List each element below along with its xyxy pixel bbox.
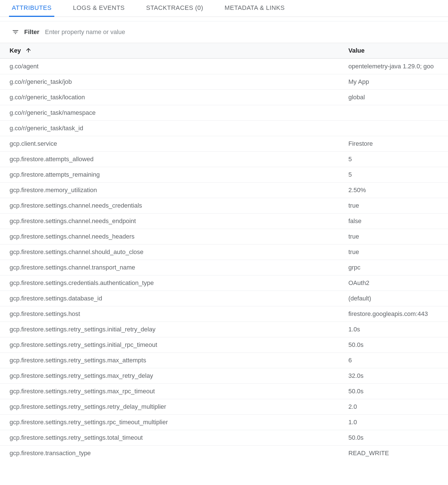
cell-key: gcp.firestore.settings.retry_settings.ma… — [0, 368, 348, 383]
table-row[interactable]: g.co/agentopentelemetry-java 1.29.0; goo — [0, 59, 448, 74]
filter-input[interactable] — [44, 28, 439, 36]
cell-value: My App — [348, 74, 448, 89]
cell-key: gcp.firestore.transaction_type — [0, 446, 348, 461]
column-header-value-label: Value — [348, 47, 364, 54]
table-row[interactable]: gcp.firestore.settings.retry_settings.re… — [0, 399, 448, 414]
cell-key: gcp.firestore.memory_utilization — [0, 183, 348, 198]
cell-key: g.co/r/generic_task/namespace — [0, 105, 348, 120]
table-row[interactable]: gcp.firestore.settings.retry_settings.in… — [0, 322, 448, 337]
tabs-bar: ATTRIBUTESLOGS & EVENTSSTACKTRACES (0)ME… — [0, 0, 448, 17]
tab-metadata-links[interactable]: METADATA & LINKS — [222, 0, 288, 17]
tab-label: LOGS & EVENTS — [73, 4, 125, 11]
sort-asc-icon — [25, 47, 32, 53]
column-header-value[interactable]: Value — [348, 43, 448, 58]
table-body: g.co/agentopentelemetry-java 1.29.0; goo… — [0, 59, 448, 461]
filter-label: Filter — [24, 28, 39, 36]
cell-value: true — [348, 244, 448, 260]
table-row[interactable]: g.co/r/generic_task/namespace — [0, 105, 448, 120]
table-row[interactable]: gcp.firestore.settings.retry_settings.in… — [0, 337, 448, 352]
tab-label: ATTRIBUTES — [12, 4, 51, 11]
tab-label: METADATA & LINKS — [225, 4, 285, 11]
cell-key: gcp.firestore.settings.retry_settings.to… — [0, 430, 348, 445]
table-row[interactable]: g.co/r/generic_task/task_id — [0, 120, 448, 136]
cell-key: gcp.firestore.settings.retry_settings.in… — [0, 322, 348, 337]
cell-value — [348, 105, 448, 120]
table-row[interactable]: gcp.client.serviceFirestore — [0, 136, 448, 151]
table-row[interactable]: gcp.firestore.attempts_remaining5 — [0, 167, 448, 182]
table-row[interactable]: gcp.firestore.transaction_typeREAD_WRITE — [0, 445, 448, 461]
cell-value: global — [348, 90, 448, 105]
table-row[interactable]: gcp.firestore.settings.channel.needs_cre… — [0, 198, 448, 213]
cell-key: g.co/r/generic_task/location — [0, 90, 348, 105]
cell-key: gcp.firestore.settings.retry_settings.ma… — [0, 384, 348, 399]
table-row[interactable]: gcp.firestore.settings.retry_settings.ma… — [0, 368, 448, 383]
filter-icon — [12, 28, 19, 36]
cell-value: false — [348, 214, 448, 229]
tab-logs-events[interactable]: LOGS & EVENTS — [70, 0, 127, 17]
cell-key: gcp.firestore.settings.host — [0, 306, 348, 322]
table-row[interactable]: gcp.firestore.settings.channel.should_au… — [0, 244, 448, 260]
cell-value: 50.0s — [348, 430, 448, 445]
column-header-key[interactable]: Key — [0, 43, 348, 58]
cell-value: true — [348, 198, 448, 213]
cell-value: 50.0s — [348, 337, 448, 352]
cell-key: gcp.firestore.settings.channel.transport… — [0, 260, 348, 275]
table-row[interactable]: g.co/r/generic_task/jobMy App — [0, 74, 448, 89]
cell-key: g.co/r/generic_task/task_id — [0, 121, 348, 136]
column-header-key-label: Key — [10, 47, 21, 54]
table-row[interactable]: gcp.firestore.settings.channel.needs_hea… — [0, 229, 448, 244]
table-row[interactable]: gcp.firestore.attempts_allowed5 — [0, 151, 448, 167]
cell-value: 32.0s — [348, 368, 448, 383]
cell-key: gcp.firestore.settings.retry_settings.ma… — [0, 353, 348, 368]
cell-value: 1.0s — [348, 322, 448, 337]
spacer-strip — [0, 17, 448, 21]
cell-key: gcp.firestore.settings.channel.needs_cre… — [0, 198, 348, 213]
cell-key: gcp.firestore.settings.retry_settings.in… — [0, 337, 348, 352]
cell-key: gcp.firestore.settings.retry_settings.re… — [0, 399, 348, 414]
table-row[interactable]: gcp.firestore.settings.channel.needs_end… — [0, 213, 448, 229]
cell-key: gcp.firestore.settings.retry_settings.rp… — [0, 415, 348, 430]
cell-key: g.co/r/generic_task/job — [0, 74, 348, 89]
table-row[interactable]: gcp.firestore.settings.retry_settings.rp… — [0, 414, 448, 430]
table-header-row: Key Value — [0, 43, 448, 59]
cell-value: grpc — [348, 260, 448, 275]
table-row[interactable]: gcp.firestore.settings.channel.transport… — [0, 260, 448, 275]
table-row[interactable]: gcp.firestore.settings.retry_settings.ma… — [0, 352, 448, 368]
cell-value: READ_WRITE — [348, 446, 448, 461]
table-row[interactable]: g.co/r/generic_task/locationglobal — [0, 89, 448, 105]
table-row[interactable]: gcp.firestore.settings.hostfirestore.goo… — [0, 306, 448, 322]
cell-key: g.co/agent — [0, 59, 348, 74]
cell-value: 5 — [348, 152, 448, 167]
tab-label: STACKTRACES (0) — [146, 4, 203, 11]
attributes-table: Key Value g.co/agentopentelemetry-java 1… — [0, 43, 448, 461]
cell-value: 50.0s — [348, 384, 448, 399]
cell-key: gcp.firestore.settings.channel.needs_hea… — [0, 229, 348, 244]
table-row[interactable]: gcp.firestore.settings.database_id(defau… — [0, 291, 448, 306]
cell-value: OAuth2 — [348, 275, 448, 291]
cell-value: firestore.googleapis.com:443 — [348, 306, 448, 322]
cell-key: gcp.firestore.settings.database_id — [0, 291, 348, 306]
cell-value: 2.0 — [348, 399, 448, 414]
table-row[interactable]: gcp.firestore.memory_utilization2.50% — [0, 182, 448, 198]
tab-attributes[interactable]: ATTRIBUTES — [9, 0, 54, 17]
table-row[interactable]: gcp.firestore.settings.retry_settings.to… — [0, 430, 448, 445]
cell-key: gcp.firestore.attempts_remaining — [0, 167, 348, 182]
cell-value: 1.0 — [348, 415, 448, 430]
cell-key: gcp.firestore.settings.channel.should_au… — [0, 244, 348, 260]
cell-value: 2.50% — [348, 183, 448, 198]
cell-value: (default) — [348, 291, 448, 306]
filter-bar: Filter — [0, 21, 448, 43]
table-row[interactable]: gcp.firestore.settings.retry_settings.ma… — [0, 383, 448, 399]
table-row[interactable]: gcp.firestore.settings.credentials.authe… — [0, 275, 448, 291]
cell-value: 6 — [348, 353, 448, 368]
cell-value: opentelemetry-java 1.29.0; goo — [348, 59, 448, 74]
cell-value: true — [348, 229, 448, 244]
cell-key: gcp.firestore.settings.channel.needs_end… — [0, 214, 348, 229]
cell-value: Firestore — [348, 136, 448, 151]
cell-key: gcp.firestore.attempts_allowed — [0, 152, 348, 167]
cell-value — [348, 121, 448, 136]
cell-key: gcp.firestore.settings.credentials.authe… — [0, 275, 348, 291]
cell-value: 5 — [348, 167, 448, 182]
tab-stacktraces[interactable]: STACKTRACES (0) — [143, 0, 206, 17]
cell-key: gcp.client.service — [0, 136, 348, 151]
